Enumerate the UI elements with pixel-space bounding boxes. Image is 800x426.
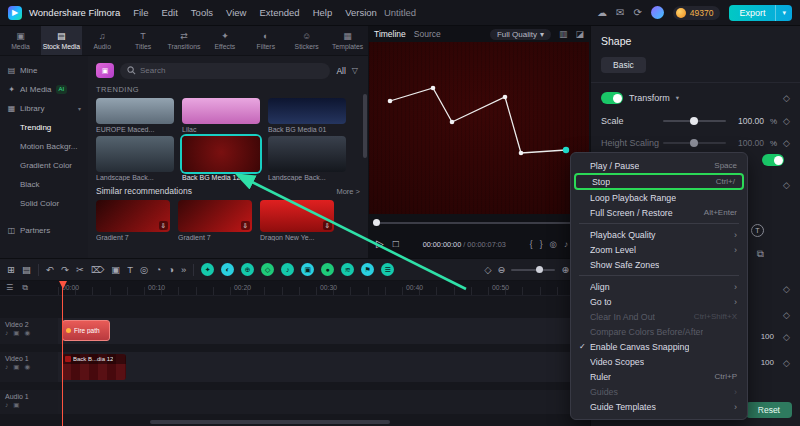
download-icon[interactable]: ⇩ bbox=[241, 221, 250, 230]
color-correction-icon[interactable]: ◑ bbox=[168, 265, 174, 275]
record-icon[interactable]: ● bbox=[321, 263, 334, 276]
menu-edit[interactable]: Edit bbox=[161, 7, 177, 18]
stock-thumbnail[interactable]: EUROPE Maced... bbox=[96, 98, 174, 136]
mask-tool-icon[interactable]: ✦ bbox=[201, 263, 214, 276]
preview-tab-timeline[interactable]: Timeline bbox=[374, 29, 406, 39]
sidebar-item-solid-color[interactable]: Solid Color bbox=[0, 194, 88, 213]
preview-tab-source[interactable]: Source bbox=[414, 29, 441, 39]
keyframe-icon[interactable]: ◇ bbox=[783, 310, 790, 320]
pip-tool-icon[interactable]: ⊕ bbox=[241, 263, 254, 276]
speed-icon[interactable]: ◔ bbox=[155, 265, 161, 275]
keyframe-icon[interactable]: ◇ bbox=[783, 139, 790, 148]
copy-icon[interactable]: ⧉ bbox=[757, 248, 764, 260]
filter-icon[interactable]: ▽ bbox=[352, 66, 358, 75]
menu-item-zoom-level[interactable]: Zoom Level› bbox=[571, 242, 747, 257]
export-button[interactable]: Export ▾ bbox=[729, 5, 792, 21]
more-tools-icon[interactable]: » bbox=[181, 265, 186, 275]
motion-track-icon[interactable]: ◇ bbox=[261, 263, 274, 276]
split-icon[interactable]: ✂ bbox=[76, 265, 84, 275]
tab-effects[interactable]: ✦Effects bbox=[204, 26, 245, 55]
chroma-key-icon[interactable]: ◐ bbox=[221, 263, 234, 276]
stock-thumbnail[interactable]: Landscape Back... bbox=[96, 136, 174, 184]
tab-filters[interactable]: ◐Filters bbox=[245, 26, 286, 55]
lock-icon[interactable]: ▣ bbox=[13, 401, 19, 409]
cloud-icon[interactable]: ☁ bbox=[597, 8, 607, 18]
search-field[interactable] bbox=[120, 63, 330, 79]
scale-value[interactable]: 100.00 bbox=[732, 116, 764, 126]
track-options-icon[interactable]: ☰ bbox=[6, 283, 13, 293]
view-options-icon[interactable]: ◪ bbox=[575, 30, 584, 39]
more-link[interactable]: More > bbox=[336, 187, 360, 196]
grid-view-icon[interactable]: ⊞ bbox=[7, 265, 15, 275]
media-scrollbar[interactable] bbox=[363, 94, 367, 158]
sync-icon[interactable]: ⟳ bbox=[633, 8, 641, 18]
download-icon[interactable]: ⇩ bbox=[159, 221, 168, 230]
menu-item-video-scopes[interactable]: Video Scopes bbox=[571, 354, 747, 369]
menu-item-ruler[interactable]: RulerCtrl+P bbox=[571, 369, 747, 384]
stock-thumbnail-selected[interactable]: Back BG Media 12 bbox=[182, 136, 260, 184]
tab-stickers[interactable]: ☺Stickers bbox=[286, 26, 327, 55]
menu-version[interactable]: Version bbox=[345, 7, 377, 18]
menu-help[interactable]: Help bbox=[313, 7, 333, 18]
sidebar-item-black[interactable]: Black bbox=[0, 175, 88, 194]
stabilize-icon[interactable]: ▣ bbox=[301, 263, 314, 276]
property-value[interactable]: 100 bbox=[761, 358, 774, 367]
visibility-icon[interactable]: ◉ bbox=[24, 329, 30, 337]
stock-thumbnail[interactable]: ⇩Dragon New Ye... bbox=[260, 200, 334, 244]
all-filter[interactable]: All bbox=[336, 66, 345, 76]
visibility-icon[interactable]: ◉ bbox=[24, 363, 30, 371]
lock-icon[interactable]: ▣ bbox=[13, 329, 19, 337]
menu-item-enable-canvas-snapping[interactable]: ✓Enable Canvas Snapping bbox=[571, 339, 747, 354]
undo-icon[interactable]: ↶ bbox=[46, 265, 54, 275]
scrubber-handle[interactable] bbox=[373, 219, 380, 226]
message-icon[interactable]: ✉ bbox=[616, 8, 624, 18]
chevron-down-icon[interactable]: ▾ bbox=[676, 94, 679, 102]
provider-filter-button[interactable]: ▣ bbox=[96, 63, 114, 78]
marker-icon[interactable]: ⚑ bbox=[361, 263, 374, 276]
stop-button[interactable]: □ bbox=[393, 239, 399, 249]
export-dropdown-icon[interactable]: ▾ bbox=[775, 5, 792, 21]
tab-transitions[interactable]: ⇄Transitions bbox=[164, 26, 205, 55]
text-property-icon[interactable]: T bbox=[751, 224, 764, 237]
redo-icon[interactable]: ↷ bbox=[61, 265, 69, 275]
clip-back-bg-media[interactable]: Back B...dia 12 bbox=[62, 354, 126, 380]
coin-balance[interactable]: 49370 bbox=[673, 6, 721, 20]
basic-tab[interactable]: Basic bbox=[601, 57, 646, 73]
keyframe-icon[interactable]: ◇ bbox=[783, 117, 790, 126]
sidebar-item-motion-backgrounds[interactable]: Motion Backgr... bbox=[0, 137, 88, 156]
lock-icon[interactable]: ▣ bbox=[13, 363, 19, 371]
storyboard-view-icon[interactable]: ▤ bbox=[22, 265, 31, 275]
stock-thumbnail[interactable]: Landscape Back... bbox=[268, 136, 346, 184]
menu-item-show-safe-zones[interactable]: Show Safe Zones bbox=[571, 257, 747, 272]
tab-media[interactable]: ▣Media bbox=[0, 26, 41, 55]
volume-icon[interactable]: ♪ bbox=[564, 240, 568, 249]
mute-icon[interactable]: ♪ bbox=[5, 329, 8, 337]
menu-item-full-screen[interactable]: Full Screen / RestoreAlt+Enter bbox=[571, 205, 747, 220]
keyframe-icon[interactable]: ◇ bbox=[783, 358, 790, 368]
stock-thumbnail[interactable]: Lilac bbox=[182, 98, 260, 136]
mark-out-icon[interactable]: } bbox=[540, 240, 543, 249]
height-scaling-value[interactable]: 100.00 bbox=[732, 138, 764, 148]
menu-item-stop[interactable]: StopCtrl+/ bbox=[574, 173, 744, 190]
timeline-ruler[interactable]: ☰ ⧉ 00:00 00:10 00:20 00:30 00:40 00:50 … bbox=[0, 281, 590, 296]
mute-icon[interactable]: ♪ bbox=[5, 363, 8, 371]
mark-in-icon[interactable]: { bbox=[530, 240, 533, 249]
play-button[interactable]: ▷ bbox=[376, 239, 384, 249]
keyframe-icon[interactable]: ◇ bbox=[783, 284, 790, 294]
track-lane[interactable]: Back B...dia 12 bbox=[58, 352, 590, 382]
reset-button[interactable]: Reset bbox=[746, 402, 792, 418]
snapshot-icon[interactable]: ◎ bbox=[550, 240, 557, 249]
keyframe-icon[interactable]: ◇ bbox=[783, 94, 790, 103]
tab-stock-media[interactable]: ▤Stock Media bbox=[41, 26, 82, 55]
audio-tool-icon[interactable]: ♪ bbox=[281, 263, 294, 276]
sidebar-item-library[interactable]: ▦Library▾ bbox=[0, 99, 88, 118]
preview-scrubber[interactable] bbox=[373, 218, 585, 228]
track-lane[interactable]: Fire path bbox=[58, 318, 590, 344]
property-toggle[interactable] bbox=[762, 154, 784, 166]
quality-dropdown[interactable]: Full Quality ▾ bbox=[490, 29, 551, 40]
keyframe-icon[interactable]: ◇ bbox=[783, 180, 790, 190]
keyframe-record-icon[interactable]: ◎ bbox=[140, 265, 148, 275]
menu-item-guide-templates[interactable]: Guide Templates› bbox=[571, 399, 747, 414]
property-value[interactable]: 100 bbox=[761, 332, 774, 341]
mute-icon[interactable]: ♪ bbox=[5, 401, 8, 409]
